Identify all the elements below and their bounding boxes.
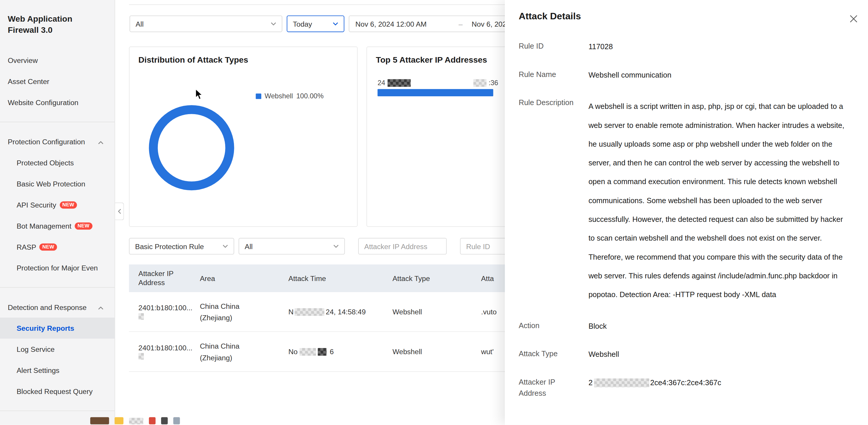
column-header: Attack Time [288,274,393,283]
table-row[interactable]: 2401:b180:100... China China (Zhejiang) … [129,292,560,332]
date-start[interactable]: Nov 6, 2024 12:00 AM [355,20,450,28]
column-header: Attacker IP Address [138,269,187,287]
donut-legend[interactable]: Webshell 100.00% [256,93,323,100]
bar-label-start: 24 [377,79,385,87]
rule-type-select-value: Basic Protection Rule [135,242,204,250]
field-rule-name: Rule Name Webshell communication [519,69,846,81]
sidebar-item-api-security[interactable]: API Security NEW [0,194,115,215]
sidebar-item-label: Log Service [17,345,55,353]
attack-time-suffix: 24, 14:58:49 [326,307,366,316]
attacker-ip-input[interactable] [358,238,446,255]
field-value: Block [588,320,846,332]
redacted-text-block [594,379,649,388]
bar-label-end: :36 [489,79,498,87]
attack-time-prefix: No [288,348,298,356]
field-value: Webshell communication [588,69,846,81]
time-range-select[interactable]: Today [287,15,344,32]
date-end[interactable]: Nov 6, 202 [472,20,507,28]
close-button[interactable] [848,13,859,24]
sidebar-item-log-service[interactable]: Log Service [0,339,115,360]
sidebar-item-protection-for-major-events[interactable]: Protection for Major Even [0,257,115,279]
redacted-text-block [317,348,326,356]
chevron-down-icon [223,245,228,248]
drawer-title: Attack Details [519,11,854,22]
field-rule-id: Rule ID 117028 [519,41,846,53]
app-window: Web Application Firewall 3.0 Overview As… [0,0,868,425]
sidebar-divider [0,411,115,411]
chevron-down-icon [271,22,276,26]
cell-area: China China (Zhejiang) [200,340,288,363]
sidebar-item-protected-objects[interactable]: Protected Objects [0,152,115,173]
attacker-ip-text: 2401:b180:100... [138,303,192,312]
sidebar-section-detection-and-response[interactable]: Detection and Response [0,296,115,318]
sidebar: Web Application Firewall 3.0 Overview As… [0,0,115,425]
redacted-text-block [473,79,486,87]
attack-types-card: Distribution of Attack Types Webshell 10… [129,46,358,227]
table-row[interactable]: 2401:b180:100... China China (Zhejiang) … [129,332,560,372]
cell-attack-type: Webshell [393,307,481,316]
sidebar-item-overview[interactable]: Overview [0,50,115,71]
attacker-ip-bar[interactable] [377,89,493,96]
cell-attacker-ip: 2401:b180:100... [129,303,200,320]
sidebar-item-security-reports[interactable]: Security Reports [0,318,115,339]
sidebar-item-alert-settings[interactable]: Alert Settings [0,360,115,381]
field-label: Rule Name [519,69,580,81]
field-label: Rule Description [519,97,580,304]
chevron-left-icon [118,209,121,214]
attack-time-prefix: N [288,307,294,316]
top-attackers-card-title: Top 5 Attacker IP Addresses [376,55,487,64]
query-scope-select-value: All [245,242,253,250]
attack-details-drawer: Attack Details Rule ID 117028 Rule Name … [505,0,868,425]
sidebar-collapse-handle[interactable] [115,202,124,220]
sidebar-divider [0,122,115,122]
field-value: 117028 [588,41,846,53]
tabbar-bottom-border [129,4,506,5]
taskbar-icon-6[interactable] [174,417,180,424]
sidebar-item-label: Bot Management [17,222,71,230]
field-attacker-ip: Attacker IP Address 22ce4:367c:2ce4:367c [519,377,846,399]
sidebar-item-blocked-request-query[interactable]: Blocked Request Query [0,381,115,402]
drawer-body: Rule ID 117028 Rule Name Webshell commun… [505,26,868,399]
sidebar-item-asset-center[interactable]: Asset Center [0,71,115,92]
scope-select-value: All [135,20,144,28]
sidebar-item-basic-web-protection[interactable]: Basic Web Protection [0,173,115,194]
attacker-ip-prefix: 2 [588,379,592,387]
new-badge: NEW [59,201,77,208]
legend-value: 100.00% [297,93,323,100]
sidebar-item-rasp[interactable]: RASP NEW [0,236,115,257]
redacted-text-block [299,348,316,356]
scope-select[interactable]: All [129,15,282,32]
chevron-down-icon [333,22,338,26]
attacker-ip-text: 2401:b180:100... [138,344,192,352]
sidebar-item-bot-management[interactable]: Bot Management NEW [0,215,115,236]
sidebar-item-website-configuration[interactable]: Website Configuration [0,92,115,113]
section-label: Protection Configuration [8,137,85,146]
chevron-down-icon [333,245,339,248]
field-label: Action [519,320,580,332]
field-rule-description: Rule Description A webshell is a script … [519,97,846,304]
new-badge: NEW [39,243,57,251]
sidebar-section-protection-configuration[interactable]: Protection Configuration [0,131,115,152]
cell-area: China China (Zhejiang) [200,300,288,323]
field-label: Attack Type [519,349,580,361]
taskbar-icon-5[interactable] [161,417,168,424]
area-line2: (Zhejiang) [200,352,279,363]
chevron-up-icon [98,303,104,311]
sidebar-item-label: Security Reports [17,324,74,332]
sidebar-nav: Overview Asset Center Website Configurat… [0,50,115,411]
rule-type-select[interactable]: Basic Protection Rule [129,238,234,255]
taskbar-icon-3[interactable] [129,417,143,424]
query-scope-select[interactable]: All [239,238,345,255]
taskbar-icon-2[interactable] [115,417,123,424]
attack-types-card-title: Distribution of Attack Types [138,55,248,64]
attacker-ip-suffix: 2ce4:367c:2ce4:367c [650,379,721,387]
new-badge: NEW [75,222,92,229]
chevron-up-icon [98,137,104,146]
field-label: Attacker IP Address [519,377,580,399]
sidebar-item-label: Basic Web Protection [17,179,85,188]
column-header: Area [200,274,288,283]
redacted-text-block [138,353,144,360]
sidebar-item-label: API Security [17,200,56,209]
taskbar-icon-1[interactable] [90,417,109,424]
taskbar-icon-4[interactable] [149,417,155,424]
